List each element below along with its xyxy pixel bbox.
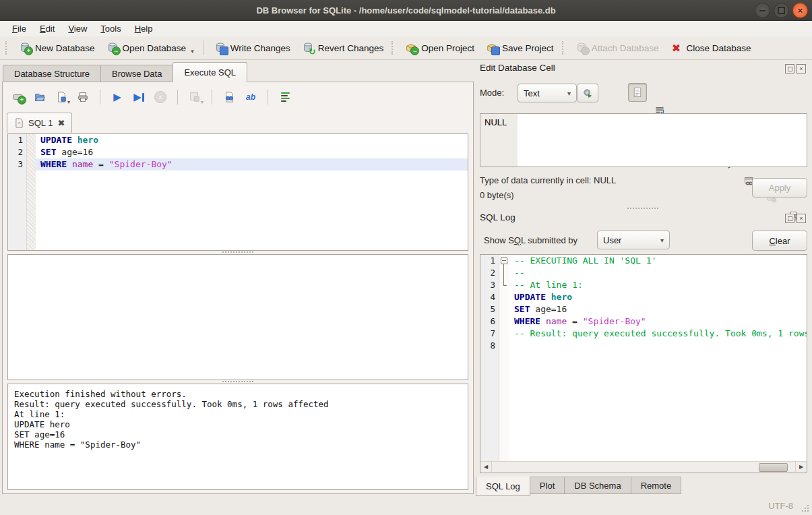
tab-execute-sql[interactable]: Execute SQL	[173, 62, 247, 82]
cell-size-info: 0 byte(s)	[480, 190, 514, 200]
log-horizontal-scrollbar[interactable]: ◀ ▶	[480, 461, 807, 473]
log-fold-margin	[499, 255, 509, 473]
find-button[interactable]	[220, 88, 238, 106]
line-number: 1	[480, 255, 499, 267]
dock-close-icon[interactable]: ×	[797, 214, 806, 223]
execute-line-button[interactable]: ▶	[130, 88, 148, 106]
save-sql-file-button[interactable]: ▾	[53, 88, 70, 106]
save-project-button[interactable]: Save Project	[480, 39, 559, 57]
fold-box-icon	[501, 258, 507, 264]
sql-log-view[interactable]: 1 2 3 4 5 6 7 8 -- EXECUTING ALL IN 'SQL…	[480, 254, 807, 473]
project-open-icon: →	[404, 41, 418, 55]
new-tab-button[interactable]: +	[9, 88, 27, 106]
open-database-button[interactable]: → Open Database ▾	[100, 39, 199, 57]
line-number: 3	[480, 279, 499, 291]
open-database-dropdown-icon[interactable]: ▾	[191, 48, 194, 55]
message-line: UPDATE hero	[14, 419, 329, 429]
log-line: -- EXECUTING ALL IN 'SQL 1'	[509, 255, 807, 267]
splitter-handle[interactable]	[3, 249, 473, 254]
scrollbar-thumb[interactable]	[759, 463, 788, 472]
fold-line	[499, 267, 509, 279]
dock-tab-remote[interactable]: Remote	[631, 477, 682, 494]
line-number: 2	[480, 267, 499, 279]
stop-icon: ×	[154, 91, 166, 103]
results-grid[interactable]	[7, 254, 468, 380]
text-mode-button[interactable]	[628, 83, 647, 102]
titlebar[interactable]: DB Browser for SQLite - /home/user/code/…	[0, 0, 812, 21]
cell-type-info: Type of data currently in cell: NULL	[480, 175, 616, 185]
splitter-handle[interactable]	[3, 379, 473, 384]
minimize-button[interactable]	[755, 3, 770, 18]
save-badge-icon	[220, 47, 228, 55]
line-number: 5	[480, 303, 499, 315]
close-icon: ×	[798, 6, 803, 15]
attach-database-button: Attach Database	[569, 39, 664, 57]
resize-grip[interactable]	[801, 504, 809, 512]
maximize-button[interactable]	[774, 3, 789, 18]
dock-tab-sql-log[interactable]: SQL Log	[476, 477, 530, 496]
scroll-left-icon[interactable]: ◀	[480, 462, 492, 472]
close-database-button[interactable]: ✖ Close Database	[664, 39, 756, 57]
menu-edit[interactable]: Edit	[33, 22, 61, 35]
clear-log-button[interactable]: Clear	[752, 231, 807, 251]
fold-line	[503, 285, 507, 286]
message-line: WHERE name = "Spider-Boy"	[14, 440, 329, 450]
dock-tab-plot[interactable]: Plot	[530, 477, 565, 494]
editor-text-area[interactable]: UPDATE hero SET age=16 WHERE name = "Spi…	[36, 134, 468, 250]
cell-value-text: NULL	[485, 117, 507, 127]
mode-combobox[interactable]: Text ▾	[518, 84, 577, 102]
project-save-icon	[485, 41, 499, 55]
log-line	[509, 340, 807, 352]
sql-log-filter-combobox[interactable]: User ▾	[597, 231, 670, 249]
fold-collapse-marker[interactable]	[499, 255, 509, 267]
toolbar-grip[interactable]	[562, 41, 567, 55]
menu-view[interactable]: View	[61, 22, 94, 35]
replace-button[interactable]: ab	[242, 88, 259, 106]
tab-browse-data[interactable]: Browse Data	[100, 65, 173, 82]
dock-tab-db-schema[interactable]: DB Schema	[564, 477, 631, 494]
log-text-area[interactable]: -- EXECUTING ALL IN 'SQL 1' -- -- At lin…	[509, 255, 807, 473]
tab-database-structure[interactable]: Database Structure	[3, 65, 101, 82]
new-database-button[interactable]: + New Database	[13, 39, 100, 57]
code-line: UPDATE hero	[36, 134, 468, 146]
dock-close-icon[interactable]: ×	[797, 64, 806, 73]
toolbar-grip[interactable]	[392, 41, 396, 55]
fold-end-marker	[499, 279, 509, 291]
editor-line-numbers: 1 2 3	[8, 134, 27, 250]
line-number: 7	[480, 328, 499, 340]
menu-tools[interactable]: Tools	[94, 22, 127, 35]
apply-cell-button[interactable]	[577, 84, 598, 102]
log-line: SET age=16	[509, 303, 807, 315]
scrollbar-track[interactable]	[492, 462, 795, 473]
dock-float-icon[interactable]	[785, 64, 794, 73]
log-line: WHERE name = "Spider-Boy"	[509, 315, 807, 328]
sql-file-tabbar: SQL 1 ✖	[7, 113, 72, 133]
print-button[interactable]	[74, 88, 92, 106]
dock-splitter-handle[interactable]	[476, 206, 809, 210]
menu-file[interactable]: File	[5, 22, 33, 35]
scroll-right-icon[interactable]: ▶	[795, 462, 807, 472]
sql1-tab[interactable]: SQL 1 ✖	[7, 113, 72, 133]
dock-float-icon[interactable]	[785, 214, 794, 223]
cell-value-editor[interactable]: NULL	[480, 113, 807, 167]
toolbar-separator	[212, 90, 212, 104]
execute-line-bar	[142, 93, 144, 102]
open-project-button[interactable]: → Open Project	[399, 39, 480, 57]
code-line: SET age=16	[36, 146, 468, 158]
fold-line	[503, 267, 504, 279]
menu-help[interactable]: Help	[128, 22, 160, 35]
write-changes-button[interactable]: Write Changes	[208, 39, 296, 57]
open-sql-file-button[interactable]	[31, 88, 49, 106]
sql-log-dock-title: SQL Log	[480, 212, 516, 222]
execution-message-pane[interactable]: Execution finished without errors. Resul…	[7, 384, 468, 490]
execute-all-button[interactable]: ▶	[108, 88, 126, 106]
save-sql-dropdown-icon[interactable]: ▾	[67, 99, 70, 105]
sql-editor[interactable]: 1 2 3 UPDATE hero SET age=16 WHERE name …	[7, 133, 468, 251]
sql1-tab-close-icon[interactable]: ✖	[57, 118, 65, 128]
toolbar-grip[interactable]	[5, 41, 10, 55]
revert-changes-button[interactable]: ↻ Revert Changes	[296, 39, 389, 57]
close-button[interactable]: ×	[792, 3, 808, 18]
format-sql-button[interactable]	[276, 88, 294, 106]
main-toolbar: + New Database → Open Database ▾ Write C…	[0, 36, 812, 60]
fold-line	[503, 279, 504, 285]
